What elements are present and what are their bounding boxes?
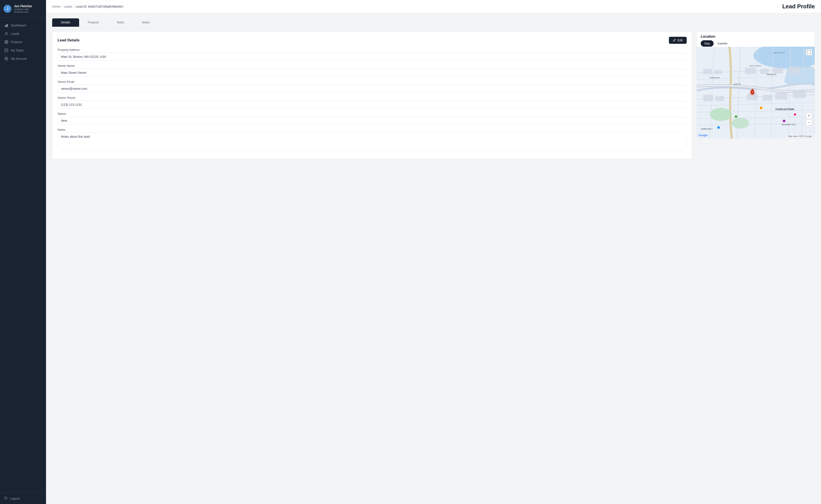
sidebar-item-label: Dashboard bbox=[11, 24, 26, 27]
svg-rect-35 bbox=[715, 96, 724, 101]
notes-value: Notes about this lead bbox=[58, 133, 687, 150]
map-zoom-in[interactable]: + bbox=[806, 113, 812, 119]
map-container[interactable]: CHARLESTOWN BUNKER HILL INNER BELT bbox=[697, 47, 815, 139]
projects-icon bbox=[4, 40, 8, 44]
svg-rect-5 bbox=[7, 41, 8, 42]
two-col-layout: Lead Details Edit Property Address: Main… bbox=[52, 31, 815, 159]
breadcrumb-leads[interactable]: Leads bbox=[64, 5, 72, 8]
map-card: Location Map Satellite bbox=[697, 31, 815, 139]
edit-button[interactable]: Edit bbox=[669, 37, 687, 44]
username: Jon Fletcher bbox=[14, 4, 42, 8]
property-address-value: Main St, Boston, MA 02129, USA bbox=[58, 53, 687, 61]
svg-text:Main St: Main St bbox=[734, 83, 741, 86]
tasks-icon bbox=[4, 48, 8, 52]
tab-details[interactable]: Details bbox=[52, 18, 79, 27]
leads-icon bbox=[4, 32, 8, 36]
map-tabs: Map Satellite bbox=[697, 39, 815, 47]
main-content: Home / Leads / Lead ID: 8e9O7G874I8qRA9t… bbox=[46, 0, 821, 504]
svg-rect-33 bbox=[788, 66, 800, 74]
card-header: Lead Details Edit bbox=[58, 37, 687, 44]
sidebar-item-label: Projects bbox=[11, 40, 22, 44]
map-svg: CHARLESTOWN BUNKER HILL INNER BELT bbox=[697, 47, 815, 139]
svg-rect-32 bbox=[773, 67, 783, 74]
svg-point-54 bbox=[717, 126, 720, 129]
map-tab-satellite[interactable]: Satellite bbox=[714, 40, 731, 47]
status-field: Status: New bbox=[58, 112, 687, 125]
sidebar-footer: Logout bbox=[0, 493, 46, 504]
map-attribution: Map data ©2024 Google bbox=[787, 135, 813, 138]
map-zoom-out[interactable]: − bbox=[806, 119, 812, 125]
sidebar-item-label: My Account bbox=[11, 57, 27, 60]
breadcrumb-home[interactable]: Home bbox=[52, 5, 60, 8]
owner-phone-label: Owner Phone: bbox=[58, 96, 687, 99]
status-value: New bbox=[58, 117, 687, 125]
svg-rect-34 bbox=[703, 95, 713, 101]
lead-details-col: Lead Details Edit Property Address: Main… bbox=[52, 31, 692, 159]
breadcrumb-sep-1: / bbox=[62, 5, 62, 8]
tab-tasks[interactable]: Tasks bbox=[108, 18, 133, 27]
card-title: Lead Details bbox=[58, 38, 79, 42]
sidebar-item-my-account[interactable]: My Account bbox=[0, 55, 46, 63]
sidebar-item-leads[interactable]: Leads bbox=[0, 30, 46, 38]
map-tab-map[interactable]: Map bbox=[701, 40, 714, 47]
user-email: jon@last-mile-products.com bbox=[14, 8, 42, 13]
sidebar-nav: Dashboard Leads Projects bbox=[0, 18, 46, 493]
svg-rect-0 bbox=[5, 25, 6, 27]
owner-phone-value: (123) 123-1231 bbox=[58, 101, 687, 109]
svg-point-26 bbox=[710, 108, 732, 121]
svg-text:Mystic River: Mystic River bbox=[773, 51, 785, 54]
chart-icon bbox=[4, 23, 8, 27]
svg-text:INNER BELT: INNER BELT bbox=[701, 128, 713, 130]
svg-point-52 bbox=[783, 120, 786, 123]
owner-name-field: Owner Name: Main Street Owner bbox=[58, 64, 687, 77]
svg-rect-30 bbox=[745, 67, 756, 74]
property-address-label: Property Address: bbox=[58, 48, 687, 51]
owner-name-label: Owner Name: bbox=[58, 64, 687, 67]
owner-email-field: Owner Email: owner@owner.com bbox=[58, 80, 687, 93]
svg-point-51 bbox=[734, 115, 738, 118]
breadcrumb-sep-2: / bbox=[73, 5, 74, 8]
notes-field: Notes: Notes about this lead bbox=[58, 128, 687, 150]
svg-point-27 bbox=[732, 118, 749, 129]
page-title: Lead Profile bbox=[782, 3, 815, 10]
tab-projects[interactable]: Projects bbox=[79, 18, 108, 27]
status-label: Status: bbox=[58, 112, 687, 115]
edit-icon bbox=[673, 39, 676, 42]
svg-rect-39 bbox=[793, 90, 806, 98]
map-header: Location bbox=[697, 32, 815, 39]
sidebar-item-projects[interactable]: Projects bbox=[0, 38, 46, 46]
tabs-row: Details Projects Tasks Notes bbox=[52, 18, 815, 27]
lead-details-card: Lead Details Edit Property Address: Main… bbox=[52, 31, 692, 159]
sidebar: J Jon Fletcher jon@last-mile-products.co… bbox=[0, 0, 46, 504]
user-info: Jon Fletcher jon@last-mile-products.com bbox=[14, 4, 42, 13]
map-fullscreen-button[interactable] bbox=[806, 49, 812, 55]
sidebar-item-dashboard[interactable]: Dashboard bbox=[0, 21, 46, 30]
breadcrumb: Home / Leads / Lead ID: 8e9O7G874I8qRA9t… bbox=[52, 5, 123, 8]
svg-text:BUNKER HILL: BUNKER HILL bbox=[782, 123, 796, 126]
svg-point-50 bbox=[760, 106, 763, 109]
sidebar-header: J Jon Fletcher jon@last-mile-products.co… bbox=[0, 0, 46, 18]
tab-notes[interactable]: Notes bbox=[133, 18, 159, 27]
svg-rect-7 bbox=[7, 42, 8, 44]
avatar: J bbox=[4, 5, 11, 13]
logout-button[interactable]: Logout bbox=[4, 496, 42, 500]
breadcrumb-lead-id: Lead ID: 8e9O7G874I8qRA9teAkV bbox=[76, 5, 123, 8]
google-logo: Google bbox=[699, 134, 708, 137]
map-controls: + − bbox=[806, 113, 812, 125]
owner-email-value: owner@owner.com bbox=[58, 85, 687, 93]
notes-label: Notes: bbox=[58, 128, 687, 131]
svg-point-10 bbox=[6, 58, 7, 59]
svg-rect-29 bbox=[714, 70, 722, 74]
owner-phone-field: Owner Phone: (123) 123-1231 bbox=[58, 96, 687, 109]
svg-text:Medford St: Medford St bbox=[767, 73, 776, 76]
svg-rect-6 bbox=[5, 42, 6, 44]
logout-label: Logout bbox=[10, 497, 19, 500]
sidebar-item-label: My Tasks bbox=[11, 49, 24, 52]
owner-email-label: Owner Email: bbox=[58, 80, 687, 83]
sidebar-item-my-tasks[interactable]: My Tasks bbox=[0, 46, 46, 55]
owner-name-value: Main Street Owner bbox=[58, 69, 687, 77]
account-icon bbox=[4, 57, 8, 61]
svg-rect-38 bbox=[775, 93, 787, 100]
svg-text:CHARLESTOWN: CHARLESTOWN bbox=[775, 108, 794, 111]
svg-rect-2 bbox=[7, 24, 8, 27]
